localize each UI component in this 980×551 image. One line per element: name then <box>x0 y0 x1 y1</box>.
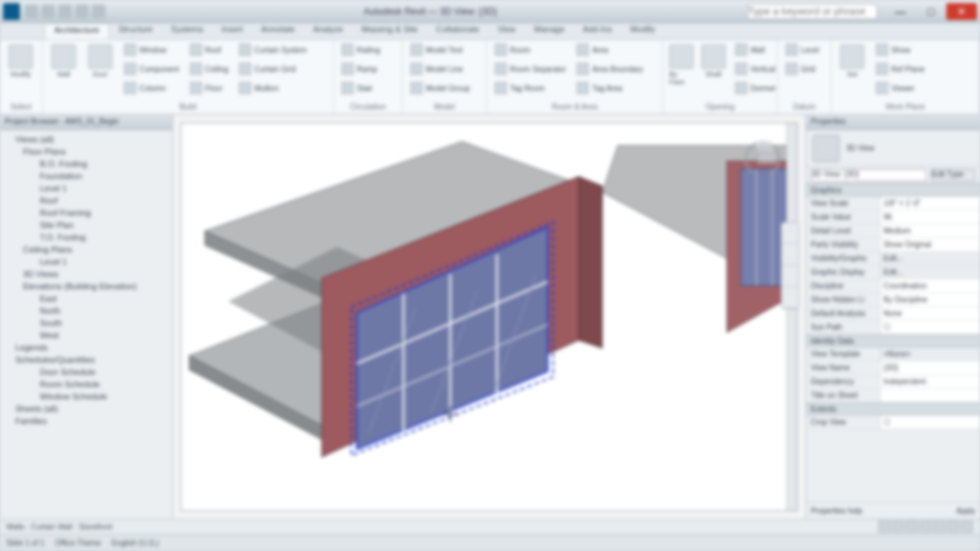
props-value[interactable]: By Discipline <box>880 293 980 306</box>
tree-node[interactable]: Ceiling Plans <box>5 243 168 256</box>
tag-area-button[interactable]: Tag Area <box>573 80 646 96</box>
tab-modify[interactable]: Modify <box>621 23 664 39</box>
model-line-button[interactable]: Model Line <box>407 60 473 77</box>
style-icon[interactable] <box>906 520 918 533</box>
sun-icon[interactable] <box>920 520 932 533</box>
tree-node[interactable]: Level 1 <box>5 182 168 194</box>
tab-addins[interactable]: Add-Ins <box>573 23 621 39</box>
zoom-icon[interactable] <box>782 266 799 287</box>
scale-icon[interactable] <box>878 520 890 533</box>
area-button[interactable]: Area <box>573 41 646 58</box>
shadow-icon[interactable] <box>933 520 946 533</box>
tree-node[interactable]: Schedules/Quantities <box>5 354 168 366</box>
tree-node[interactable]: Door Schedule <box>5 366 168 378</box>
tree-node[interactable]: Level 1 <box>5 256 168 268</box>
viewcube[interactable] <box>740 127 786 173</box>
modify-button[interactable]: Modify <box>5 41 37 81</box>
props-value[interactable]: Independent <box>880 375 980 388</box>
grid-button[interactable]: Grid <box>782 60 822 77</box>
tree-node[interactable]: North <box>5 305 168 317</box>
area-boundary-button[interactable]: Area Boundary <box>573 60 646 77</box>
tab-collaborate[interactable]: Collaborate <box>427 23 488 39</box>
steering-wheel-icon[interactable] <box>782 223 799 244</box>
tab-systems[interactable]: Systems <box>162 23 212 39</box>
tree-node[interactable]: Elevations (Building Elevation) <box>5 280 168 292</box>
type-selector[interactable]: 3D View: {3D} <box>811 169 926 181</box>
room-separator-button[interactable]: Room Separator <box>492 60 569 77</box>
qat-undo-icon[interactable] <box>58 5 72 18</box>
props-value[interactable]: Coordination <box>880 279 980 292</box>
tree-node[interactable]: East <box>5 292 168 305</box>
level-button[interactable]: Level <box>782 41 822 58</box>
room-button[interactable]: Room <box>492 41 569 58</box>
tree-node[interactable]: Legends <box>5 341 168 354</box>
minimize-button[interactable]: — <box>885 3 916 20</box>
props-value[interactable]: Show Original <box>880 238 980 251</box>
hide-icon[interactable] <box>961 520 973 533</box>
window-button[interactable]: Window <box>121 41 182 58</box>
props-value[interactable]: None <box>880 307 980 320</box>
tree-node[interactable]: South <box>5 317 168 329</box>
crop-icon[interactable] <box>947 520 959 533</box>
help-search-input[interactable] <box>747 4 877 19</box>
props-value[interactable]: {3D} <box>880 361 980 374</box>
mullion-button[interactable]: Mullion <box>236 80 309 96</box>
ramp-button[interactable]: Ramp <box>338 60 384 77</box>
wall-opening-button[interactable]: Wall <box>732 41 779 58</box>
props-value[interactable]: 96 <box>880 210 980 223</box>
pan-icon[interactable] <box>782 244 799 266</box>
app-icon[interactable] <box>3 3 20 20</box>
tab-analyze[interactable]: Analyze <box>304 23 352 39</box>
tree-node[interactable]: Roof Framing <box>5 207 168 219</box>
tab-insert[interactable]: Insert <box>213 23 253 39</box>
component-button[interactable]: Component <box>121 60 182 77</box>
props-value[interactable]: Edit... <box>880 266 980 279</box>
tree-node[interactable]: Roof <box>5 194 168 207</box>
model-text-button[interactable]: Model Text <box>407 41 473 58</box>
qat-redo-icon[interactable] <box>75 5 89 18</box>
viewer-button[interactable]: Viewer <box>873 80 928 96</box>
apply-button[interactable]: Apply <box>956 507 975 515</box>
tree-node[interactable]: Foundation <box>5 170 168 182</box>
vertical-button[interactable]: Vertical <box>732 60 779 77</box>
tree-node[interactable]: Site Plan <box>5 219 168 231</box>
tab-massing[interactable]: Massing & Site <box>352 23 426 39</box>
props-value[interactable]: 1/8" = 1'-0" <box>880 197 980 210</box>
project-tree[interactable]: Views (all)Floor PlansB.O. FootingFounda… <box>0 130 172 519</box>
shaft-button[interactable]: Shaft <box>700 41 727 81</box>
curtain-system-button[interactable]: Curtain System <box>236 41 309 58</box>
props-value[interactable]: Medium <box>880 224 980 237</box>
props-value[interactable]: <None> <box>880 347 980 360</box>
curtain-grid-button[interactable]: Curtain Grid <box>236 60 309 77</box>
show-button[interactable]: Show <box>873 41 928 58</box>
floor-button[interactable]: Floor <box>187 80 232 96</box>
tree-node[interactable]: Room Schedule <box>5 378 168 390</box>
orbit-icon[interactable] <box>782 287 799 308</box>
qat-open-icon[interactable] <box>24 5 38 18</box>
dormer-button[interactable]: Dormer <box>732 80 779 96</box>
tab-architecture[interactable]: Architecture <box>44 23 109 39</box>
edit-type-button[interactable]: Edit Type <box>931 169 975 181</box>
tree-node[interactable]: Floor Plans <box>5 145 168 158</box>
props-value[interactable]: ☐ <box>880 416 980 429</box>
maximize-button[interactable]: □ <box>916 3 946 20</box>
tree-node[interactable]: West <box>5 329 168 341</box>
tab-view[interactable]: View <box>488 23 525 39</box>
tab-structure[interactable]: Structure <box>109 23 162 39</box>
viewport-scrollbar[interactable] <box>786 123 797 510</box>
properties-help[interactable]: Properties help <box>811 507 862 515</box>
ref-plane-button[interactable]: Ref Plane <box>873 60 928 77</box>
tree-node[interactable]: Views (all) <box>5 133 168 145</box>
door-button[interactable]: Door <box>84 41 116 81</box>
detail-icon[interactable] <box>892 520 904 533</box>
set-button[interactable]: Set <box>836 41 868 81</box>
roof-button[interactable]: Roof <box>187 41 232 58</box>
tab-manage[interactable]: Manage <box>525 23 574 39</box>
stair-button[interactable]: Stair <box>338 80 384 96</box>
column-button[interactable]: Column <box>121 80 182 96</box>
tree-node[interactable]: T.O. Footing <box>5 231 168 243</box>
tag-room-button[interactable]: Tag Room <box>492 80 569 96</box>
props-value[interactable] <box>880 389 980 402</box>
close-button[interactable]: ✕ <box>946 3 977 20</box>
tree-node[interactable]: Sheets (all) <box>5 403 168 415</box>
